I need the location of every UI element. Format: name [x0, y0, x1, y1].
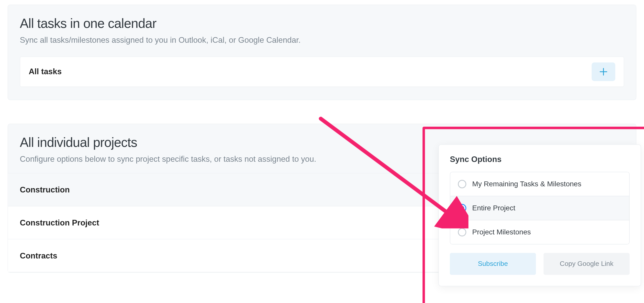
- sync-option-label: My Remaining Tasks & Milestones: [472, 180, 581, 188]
- sync-option-my-remaining[interactable]: My Remaining Tasks & Milestones: [450, 172, 629, 196]
- radio-icon: [458, 180, 466, 188]
- all-tasks-row-label: All tasks: [29, 67, 62, 76]
- sync-option-project-milestones[interactable]: Project Milestones: [450, 220, 629, 244]
- all-tasks-subtitle: Sync all tasks/milestones assigned to yo…: [20, 35, 624, 45]
- sync-options-title: Sync Options: [450, 155, 630, 164]
- sync-option-entire-project[interactable]: Entire Project: [450, 196, 629, 220]
- add-sync-button[interactable]: [592, 62, 615, 81]
- subscribe-button-label: Subscribe: [478, 260, 508, 268]
- radio-icon: [458, 204, 466, 212]
- all-tasks-row[interactable]: All tasks: [20, 57, 624, 87]
- subscribe-button[interactable]: Subscribe: [450, 253, 536, 275]
- project-row-label: Contracts: [20, 251, 57, 260]
- project-row-label: Construction Project: [20, 218, 99, 227]
- all-tasks-panel: All tasks in one calendar Sync all tasks…: [8, 5, 637, 100]
- project-row-label: Construction: [20, 185, 70, 194]
- plus-icon: [600, 68, 607, 76]
- all-tasks-title: All tasks in one calendar: [20, 16, 624, 31]
- copy-google-link-button-label: Copy Google Link: [560, 260, 614, 268]
- sync-options-list: My Remaining Tasks & Milestones Entire P…: [450, 172, 630, 244]
- sync-options-popover: Sync Options My Remaining Tasks & Milest…: [438, 144, 641, 286]
- sync-option-label: Project Milestones: [472, 228, 531, 236]
- radio-icon: [458, 228, 466, 236]
- sync-option-label: Entire Project: [472, 204, 515, 212]
- copy-google-link-button[interactable]: Copy Google Link: [543, 253, 630, 275]
